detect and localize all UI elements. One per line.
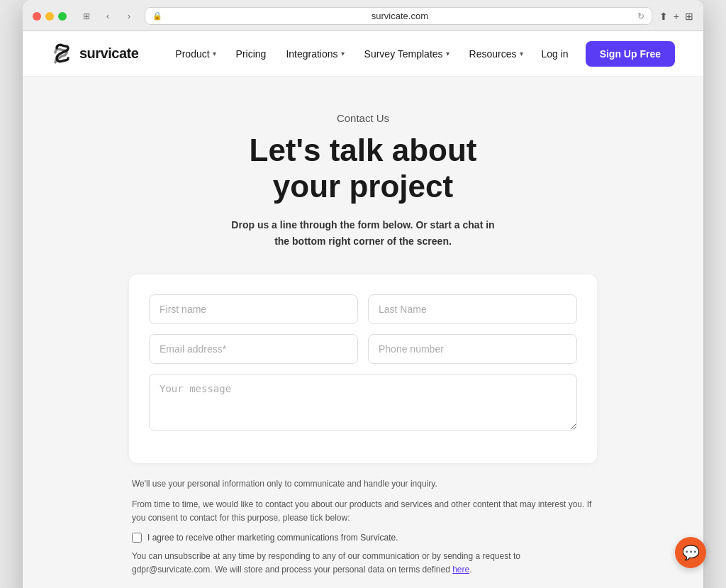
grid-icon[interactable]: ⊞ [685,11,693,22]
message-row [149,374,577,433]
marketing-checkbox-row: I agree to receive other marketing commu… [132,533,594,543]
integrations-chevron-icon: ▾ [341,50,345,57]
nav-right: Log in Sign Up Free [532,41,675,67]
marketing-checkbox[interactable] [132,533,142,543]
navbar: survicate Product ▾ Pricing Integrations… [23,31,703,77]
survey-chevron-icon: ▾ [446,50,449,57]
hero-title-line2: your project [273,169,453,204]
email-field [149,334,358,364]
period: . [469,565,471,575]
browser-controls: ⊞ ‹ › [78,8,138,25]
first-name-field [149,294,358,324]
browser-chrome: ⊞ ‹ › 🔒 survicate.com ↻ ⬆ + ⊞ [23,0,703,31]
chat-bubble[interactable]: 💬 [675,537,706,568]
last-name-field [368,294,577,324]
hero-subtitle: Drop us a line through the form below. O… [129,217,597,249]
nav-item-survey-templates[interactable]: Survey Templates ▾ [356,43,458,65]
new-tab-icon[interactable]: + [674,11,679,22]
phone-input[interactable] [368,334,577,364]
nav-product-label: Product [175,48,209,60]
logo-text: survicate [79,45,138,62]
hero-title-line1: Let's talk about [250,133,477,167]
email-input[interactable] [149,334,358,364]
hero-title: Let's talk about your project [129,133,597,204]
message-input[interactable] [149,374,577,431]
nav-item-pricing[interactable]: Pricing [228,43,275,65]
chat-icon: 💬 [682,544,700,561]
contact-form [129,274,597,463]
product-chevron-icon: ▾ [213,50,216,57]
nav-survey-label: Survey Templates [364,48,443,60]
main-content: Contact Us Let's talk about your project… [115,77,611,588]
message-field [149,374,577,433]
privacy-text-1: We'll use your personal information only… [132,477,594,491]
resources-chevron-icon: ▾ [520,50,523,57]
nav-resources-label: Resources [469,48,517,60]
nav-pricing-label: Pricing [236,48,267,60]
first-name-input[interactable] [149,294,358,324]
unsubscribe-text: You can unsubscribe at any time by respo… [132,550,594,577]
browser-actions: ⬆ + ⊞ [659,11,693,22]
privacy-text-2: From time to time, we would like to cont… [132,498,594,525]
url-text: survicate.com [167,11,633,21]
contact-label: Contact Us [129,112,597,124]
logo[interactable]: survicate [51,43,138,65]
page-content: survicate Product ▾ Pricing Integrations… [23,31,703,588]
close-button[interactable] [33,12,41,21]
traffic-lights [33,12,67,21]
signup-button[interactable]: Sign Up Free [586,41,675,67]
marketing-checkbox-label: I agree to receive other marketing commu… [147,533,398,543]
last-name-input[interactable] [368,294,577,324]
contact-row [149,334,577,364]
name-row [149,294,577,324]
nav-item-product[interactable]: Product ▾ [167,43,224,65]
maximize-button[interactable] [58,12,67,21]
tab-view-button[interactable]: ⊞ [78,8,95,25]
nav-links: Product ▾ Pricing Integrations ▾ Survey … [167,43,532,65]
forward-button[interactable]: › [121,8,138,25]
minimize-button[interactable] [45,12,54,21]
privacy-section: We'll use your personal information only… [129,477,597,577]
nav-item-integrations[interactable]: Integrations ▾ [277,43,352,65]
login-button[interactable]: Log in [532,43,576,65]
phone-field [368,334,577,364]
back-button[interactable]: ‹ [99,8,116,25]
here-link[interactable]: here [452,565,469,575]
logo-icon [51,43,74,65]
nav-item-resources[interactable]: Resources ▾ [461,43,532,65]
lock-icon: 🔒 [152,11,162,21]
refresh-button[interactable]: ↻ [637,11,644,21]
address-bar[interactable]: 🔒 survicate.com ↻ [145,7,652,25]
share-icon[interactable]: ⬆ [659,11,668,22]
nav-integrations-label: Integrations [286,48,337,60]
